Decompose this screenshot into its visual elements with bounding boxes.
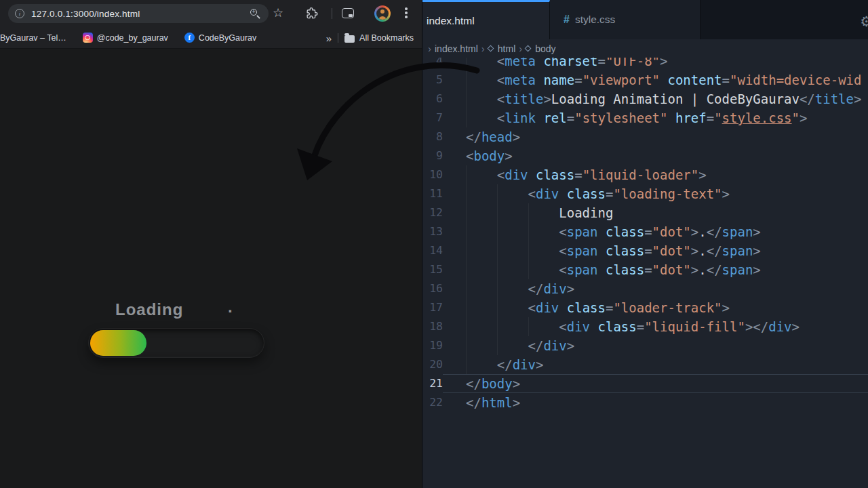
line-number: 11	[422, 184, 443, 203]
editor-tab-style.css[interactable]: #style.css	[550, 0, 701, 39]
address-bar[interactable]: i 127.0.0.1:3000/index.html +	[8, 4, 269, 23]
browser-window: i 127.0.0.1:3000/index.html + ☆ ByGaurav…	[0, 0, 422, 488]
code-text[interactable]: Loading	[443, 203, 868, 222]
loader-fill	[90, 330, 146, 356]
side-panel-icon[interactable]	[342, 8, 354, 18]
code-line: 8</head>	[422, 127, 868, 146]
bookmark-label: @code_by_gaurav	[97, 33, 168, 43]
code-text[interactable]: </html>	[443, 393, 868, 412]
code-line: 9<body>	[422, 146, 868, 165]
code-area: 4<meta charset="UTF-8">5<meta name="view…	[422, 52, 868, 488]
tab-label: index.html	[427, 15, 475, 27]
bookmarks-bar: ByGaurav – Tel…@code_by_gauravCodeByGaur…	[0, 27, 422, 49]
code-text[interactable]: <span class="dot">.</span>	[443, 260, 868, 279]
code-text[interactable]: <div class="liquid-loader">	[443, 165, 868, 184]
line-number: 15	[422, 260, 443, 279]
code-text[interactable]: <div class="liquid-fill"></div>	[443, 317, 868, 336]
breadcrumb-chevron-icon: ›	[519, 43, 522, 54]
line-number: 19	[422, 336, 443, 355]
browser-toolbar: i 127.0.0.1:3000/index.html + ☆	[0, 0, 422, 27]
all-bookmarks-label: All Bookmarks	[359, 33, 414, 43]
code-line: 10<div class="liquid-loader">	[422, 165, 868, 184]
code-line: 11<div class="loading-text">	[422, 184, 868, 203]
line-number: 6	[422, 89, 443, 108]
code-text[interactable]: <span class="dot">.</span>	[443, 241, 868, 260]
code-editor: index.html#style.css ⚙ ›index.html›html›…	[422, 0, 868, 488]
url-text: 127.0.0.1:3000/index.html	[31, 9, 140, 19]
profile-avatar[interactable]	[374, 5, 391, 22]
line-number: 5	[422, 70, 443, 89]
symbol-icon	[525, 45, 532, 52]
code-line: 7<link rel="stylesheet" href="style.css"…	[422, 108, 868, 127]
bookmark-label: ByGaurav – Tel…	[0, 33, 66, 43]
bookmark-star-icon[interactable]: ☆	[273, 5, 283, 20]
code-text[interactable]: <span class="dot">.</span>	[443, 222, 868, 241]
code-text[interactable]: </div>	[443, 336, 868, 355]
loading-dot: .	[228, 298, 233, 317]
breadcrumb-item-body[interactable]: body	[535, 43, 555, 54]
code-line: 22</html>	[422, 393, 868, 412]
editor-tab-bar: index.html#style.css ⚙	[422, 0, 868, 39]
code-text[interactable]: <div class="loading-text">	[443, 184, 868, 203]
line-number: 18	[422, 317, 443, 336]
line-number: 9	[422, 146, 443, 165]
code-line: 20</div>	[422, 355, 868, 374]
line-number: 17	[422, 298, 443, 317]
css-file-icon: #	[564, 14, 570, 26]
line-number: 8	[422, 127, 443, 146]
bookmark-item[interactable]: CodeByGaurav	[184, 33, 256, 43]
breadcrumb-chevron-icon: ›	[428, 43, 431, 54]
line-number: 12	[422, 203, 443, 222]
line-number: 10	[422, 165, 443, 184]
code-text[interactable]: <meta name="viewport" content="width=dev…	[443, 70, 868, 89]
code-text[interactable]: </div>	[443, 279, 868, 298]
bookmark-label: CodeByGaurav	[199, 33, 256, 43]
loader-track	[88, 328, 264, 358]
line-number: 21	[422, 374, 443, 393]
toolbar-separator	[332, 8, 332, 19]
code-text[interactable]: </div>	[443, 355, 868, 374]
bookmark-item[interactable]: ByGaurav – Tel…	[0, 33, 66, 43]
editor-tabs: index.html#style.css	[422, 0, 868, 39]
code-text[interactable]: </body>	[443, 374, 868, 393]
code-text[interactable]: <body>	[443, 146, 868, 165]
code-text[interactable]: <title>Loading Animation | CodeByGaurav<…	[443, 89, 868, 108]
breadcrumb-item-index.html[interactable]: index.html	[435, 43, 478, 54]
bookmarks-overflow-icon[interactable]: »	[326, 33, 332, 44]
line-number: 14	[422, 241, 443, 260]
extensions-icon[interactable]	[305, 7, 318, 20]
line-number: 7	[422, 108, 443, 127]
all-bookmarks-button[interactable]: All Bookmarks	[344, 33, 414, 43]
line-number: 20	[422, 355, 443, 374]
bookmarks-separator	[338, 33, 338, 43]
code-line: 12Loading	[422, 203, 868, 222]
code-text[interactable]: </head>	[443, 127, 868, 146]
line-number: 13	[422, 222, 443, 241]
folder-icon	[344, 35, 355, 43]
breadcrumb-chevron-icon: ›	[481, 43, 485, 54]
settings-gear-icon[interactable]: ⚙	[860, 14, 868, 30]
code-line: 17<div class="loader-track">	[422, 298, 868, 317]
code-line: 5<meta name="viewport" content="width=de…	[422, 70, 868, 89]
code-line: 18<div class="liquid-fill"></div>	[422, 317, 868, 336]
site-info-icon[interactable]: i	[15, 9, 24, 18]
breadcrumb-item-html[interactable]: html	[498, 43, 515, 54]
editor-tab-index.html[interactable]: index.html	[422, 0, 550, 39]
code-text[interactable]: <link rel="stylesheet" href="style.css">	[443, 108, 868, 127]
code-line: 19</div>	[422, 336, 868, 355]
code-line: 16</div>	[422, 279, 868, 298]
instagram-icon	[83, 33, 93, 43]
page-preview: Loading .	[0, 49, 422, 488]
bookmarks-list: ByGaurav – Tel…@code_by_gauravCodeByGaur…	[0, 33, 273, 43]
browser-menu-icon[interactable]	[405, 7, 408, 18]
line-number: 22	[422, 393, 443, 412]
symbol-icon	[487, 45, 494, 52]
code-line: 15<span class="dot">.</span>	[422, 260, 868, 279]
zoom-icon[interactable]: +	[250, 9, 260, 19]
tab-label: style.css	[575, 14, 615, 26]
bookmark-item[interactable]: @code_by_gaurav	[83, 33, 168, 43]
code-line: 21</body>	[422, 374, 868, 393]
line-number: 16	[422, 279, 443, 298]
code-text[interactable]: <div class="loader-track">	[443, 298, 868, 317]
bookmarks-right-group: » All Bookmarks	[326, 27, 414, 49]
